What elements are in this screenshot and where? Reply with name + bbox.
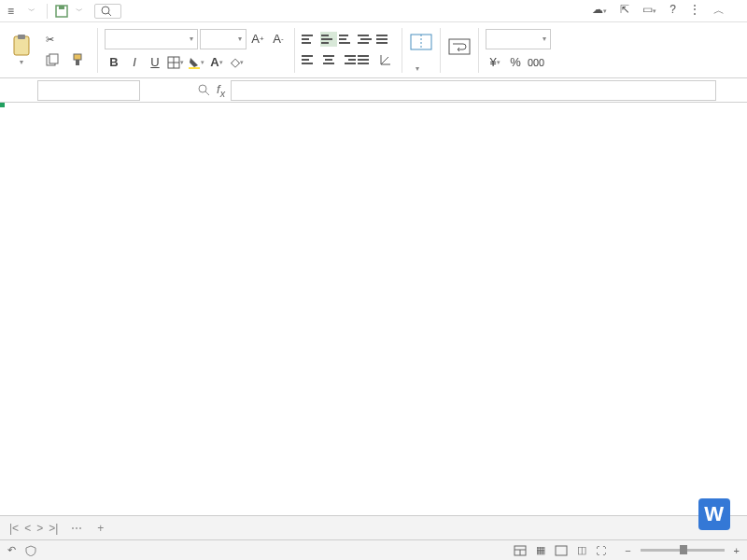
zoom-out-button[interactable]: − — [625, 545, 630, 556]
sheet-menu-icon[interactable]: ⋯ — [63, 522, 90, 535]
view-split-icon[interactable]: ◫ — [577, 544, 586, 556]
search-icon — [101, 6, 112, 17]
align-left-button[interactable] — [302, 52, 318, 67]
view-reading-icon[interactable]: ▦ — [536, 544, 545, 556]
more-icon[interactable]: ⋮ — [689, 3, 700, 19]
cell-selection — [0, 103, 4, 106]
view-page-icon[interactable] — [555, 545, 568, 556]
italic-button[interactable]: I — [125, 53, 144, 72]
comma-button[interactable]: 000 — [527, 53, 545, 72]
svg-line-3 — [108, 13, 111, 16]
align-center-button[interactable] — [320, 52, 337, 67]
wps-logo-icon: W — [698, 498, 730, 530]
window-icon[interactable]: ▭▾ — [642, 3, 656, 19]
increase-font-button[interactable]: A+ — [248, 30, 267, 49]
scissors-icon: ✂ — [46, 34, 54, 46]
borders-button[interactable]: ▾ — [166, 53, 185, 72]
brush-icon — [71, 53, 84, 66]
zoom-slider[interactable] — [641, 549, 725, 552]
add-sheet-button[interactable]: + — [90, 522, 111, 535]
svg-rect-1 — [59, 6, 64, 9]
svg-rect-9 — [76, 60, 79, 65]
sheet-nav-prev-icon[interactable]: < — [24, 522, 31, 535]
zoom-in-button[interactable]: + — [734, 545, 740, 556]
number-format-select[interactable]: ▾ — [486, 29, 551, 49]
save-icon[interactable] — [51, 3, 72, 20]
svg-rect-25 — [556, 546, 567, 555]
font-size-select[interactable]: ▾ — [200, 29, 247, 49]
paste-button[interactable]: ▾ — [9, 34, 34, 67]
menu-bar: ≡ ﹀ ﹀ ☁▾ ⇱ ▭▾ ? ⋮ ︿ — [0, 0, 747, 22]
view-fullscreen-icon[interactable]: ⛶ — [596, 545, 606, 556]
collapse-ribbon-icon[interactable]: ︿ — [713, 3, 725, 19]
ribbon: ▾ ✂ ▾ ▾ A+ A- B I U ▾ ▾ A▾ ◇▾ — [0, 22, 747, 78]
merge-center-button[interactable] — [409, 25, 433, 59]
align-bottom-button[interactable] — [339, 32, 356, 47]
orientation-button[interactable] — [376, 50, 395, 69]
svg-rect-13 — [189, 67, 200, 69]
view-normal-icon[interactable] — [514, 545, 527, 556]
font-name-select[interactable]: ▾ — [105, 29, 198, 49]
wrap-text-button[interactable] — [447, 30, 472, 63]
fx-icon[interactable]: fx — [217, 82, 225, 99]
copy-icon — [46, 53, 59, 66]
svg-line-21 — [205, 91, 209, 95]
svg-rect-5 — [18, 35, 25, 39]
increase-indent-button[interactable] — [358, 32, 374, 47]
insert-function-icon[interactable] — [198, 84, 211, 97]
copy-button[interactable] — [42, 51, 65, 68]
cut-button[interactable]: ✂ — [42, 32, 91, 48]
sheet-nav-first-icon[interactable]: |< — [9, 522, 19, 535]
search-box[interactable] — [94, 4, 121, 19]
back-icon[interactable]: ↶ — [7, 544, 16, 556]
font-color-button[interactable]: A▾ — [207, 53, 226, 72]
shield-icon — [25, 545, 36, 556]
fill-color-button[interactable]: ▾ — [187, 53, 205, 72]
formula-input[interactable] — [231, 80, 716, 101]
svg-rect-7 — [49, 54, 58, 63]
menu-more-icon[interactable]: ﹀ — [72, 4, 87, 18]
sheet-nav-last-icon[interactable]: >| — [49, 522, 58, 535]
clear-format-button[interactable]: ◇▾ — [228, 53, 247, 72]
svg-rect-19 — [449, 39, 470, 54]
align-middle-button[interactable] — [320, 32, 337, 47]
spreadsheet-grid[interactable] — [0, 103, 747, 504]
app-menu-icon[interactable]: ≡ — [4, 3, 18, 20]
sheet-nav-next-icon[interactable]: > — [36, 522, 43, 535]
justify-button[interactable] — [358, 52, 374, 67]
decrease-indent-button[interactable] — [376, 32, 393, 47]
wps-logo: W — [698, 498, 736, 530]
share-icon[interactable]: ⇱ — [620, 3, 629, 19]
underline-button[interactable]: U — [146, 53, 164, 72]
percent-button[interactable]: % — [506, 53, 525, 72]
merge-center-label[interactable]: ▾ — [409, 63, 433, 75]
wrap-text-label[interactable] — [447, 67, 472, 71]
svg-rect-8 — [74, 54, 81, 60]
file-menu[interactable]: ﹀ — [18, 4, 43, 18]
svg-point-20 — [199, 85, 206, 92]
status-bar: ↶ ▦ ◫ ⛶ − + — [0, 539, 747, 560]
svg-line-16 — [381, 57, 388, 64]
sheet-tab-bar: |< < > >| ⋯ + — [0, 515, 747, 539]
bold-button[interactable]: B — [105, 53, 123, 72]
name-box[interactable] — [37, 80, 140, 101]
cloud-icon[interactable]: ☁▾ — [592, 3, 607, 19]
align-right-button[interactable] — [339, 52, 356, 67]
svg-point-2 — [102, 7, 109, 14]
currency-button[interactable]: ¥▾ — [486, 53, 504, 72]
help-icon[interactable]: ? — [669, 3, 676, 19]
format-painter-button[interactable] — [67, 51, 91, 68]
formula-bar: fx — [0, 78, 747, 103]
align-top-button[interactable] — [302, 32, 318, 47]
decrease-font-button[interactable]: A- — [269, 30, 288, 49]
